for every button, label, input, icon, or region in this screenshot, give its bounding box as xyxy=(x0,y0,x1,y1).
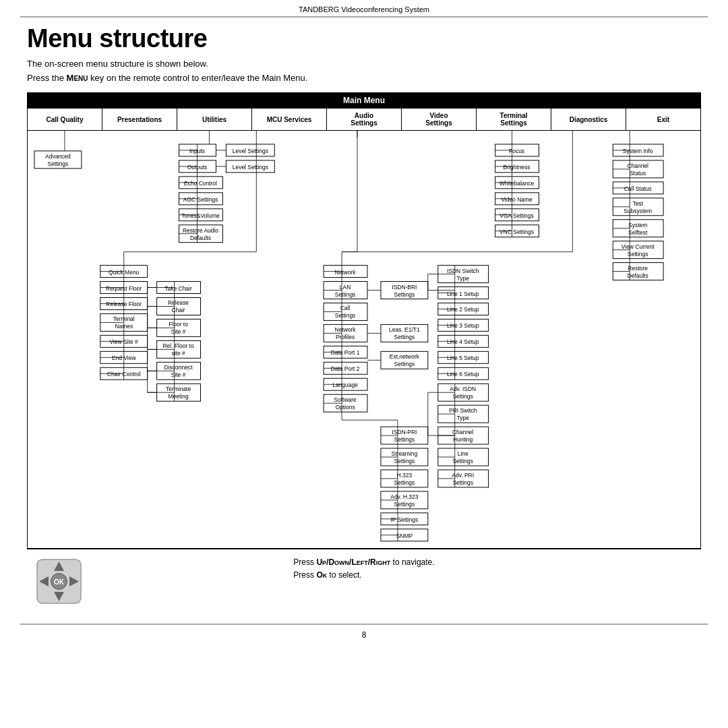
svg-text:Call Status: Call Status xyxy=(624,185,652,192)
svg-text:Settings: Settings xyxy=(394,436,415,443)
top-level-row: Call Quality Presentations Utilities MCU… xyxy=(28,108,700,131)
svg-text:Defaults: Defaults xyxy=(628,272,648,279)
svg-text:Network: Network xyxy=(335,269,357,276)
svg-text:Data Port 1: Data Port 1 xyxy=(331,349,360,356)
svg-text:Settings: Settings xyxy=(394,479,415,486)
header-title: TANDBERG Videoconferencing System xyxy=(299,5,429,13)
svg-text:Focus: Focus xyxy=(509,148,524,154)
footer-text: Press UP/DOWN/LEFT/RIGHT to navigate. Pr… xyxy=(293,556,434,582)
svg-text:ISDN-PRI: ISDN-PRI xyxy=(392,429,417,435)
svg-text:Tones&Volume: Tones&Volume xyxy=(181,212,220,219)
svg-text:H.323: H.323 xyxy=(397,472,413,479)
svg-text:Settings: Settings xyxy=(335,291,356,298)
svg-text:Test: Test xyxy=(632,200,643,207)
svg-text:Software: Software xyxy=(334,396,357,403)
svg-text:Whitebalance: Whitebalance xyxy=(499,180,535,187)
menu-diagram: Main Menu Call Quality Presentations Uti… xyxy=(27,92,701,549)
svg-text:Type: Type xyxy=(457,415,470,421)
svg-text:Settings: Settings xyxy=(394,458,415,464)
svg-text:AGC Settings: AGC Settings xyxy=(183,196,218,203)
top-item-presentations: Presentations xyxy=(102,109,177,130)
svg-text:Settings: Settings xyxy=(394,501,415,508)
svg-text:End View: End View xyxy=(112,355,137,361)
svg-text:Line 1 Setup: Line 1 Setup xyxy=(447,291,479,297)
page-content: Menu structure The on-screen menu struct… xyxy=(0,18,728,624)
svg-text:Line 5 Setup: Line 5 Setup xyxy=(447,355,479,361)
svg-text:Adv. H.323: Adv. H.323 xyxy=(390,493,419,500)
svg-text:SNMP: SNMP xyxy=(396,533,413,539)
svg-text:Adv. PRI: Adv. PRI xyxy=(452,472,474,479)
svg-text:Video Name: Video Name xyxy=(501,196,533,203)
main-menu-header: Main Menu xyxy=(28,93,700,108)
svg-text:Line 3 Setup: Line 3 Setup xyxy=(447,322,479,329)
svg-text:Restore: Restore xyxy=(628,265,648,272)
svg-text:Terminate: Terminate xyxy=(166,386,191,392)
svg-text:Floor to: Floor to xyxy=(169,321,188,328)
top-item-mcu-services: MCU Services xyxy=(252,109,327,130)
svg-text:Data Port 2: Data Port 2 xyxy=(331,365,360,372)
svg-text:Options: Options xyxy=(335,404,355,411)
top-item-terminal-settings: TerminalSettings xyxy=(477,109,551,130)
ok-remote-svg: OK xyxy=(34,556,84,607)
svg-text:Rel. Floor to: Rel. Floor to xyxy=(162,342,193,349)
svg-text:Level Settings: Level Settings xyxy=(233,164,268,171)
svg-text:System: System xyxy=(628,222,647,229)
svg-text:Settings: Settings xyxy=(48,160,69,167)
svg-text:VGA Settings: VGA Settings xyxy=(499,212,533,219)
top-item-call-quality: Call Quality xyxy=(28,109,102,130)
svg-text:PRI Switch: PRI Switch xyxy=(449,407,477,414)
page-header: TANDBERG Videoconferencing System xyxy=(20,0,708,18)
svg-text:Streaming: Streaming xyxy=(392,450,418,457)
svg-text:Level Settings: Level Settings xyxy=(233,148,268,154)
svg-text:VNC Settings: VNC Settings xyxy=(499,229,534,235)
intro-text: Press the MENU key on the remote control… xyxy=(27,73,701,83)
menu-structure-svg: .node rect { fill: white; stroke: black;… xyxy=(28,131,700,548)
svg-text:Leas. E1/T1: Leas. E1/T1 xyxy=(389,326,420,333)
svg-text:Channel: Channel xyxy=(452,429,474,435)
svg-text:LAN: LAN xyxy=(340,284,351,291)
ok-button-area: OK xyxy=(34,556,84,607)
svg-text:Advanced: Advanced xyxy=(45,153,71,160)
svg-text:ISDN Switch: ISDN Switch xyxy=(447,268,479,274)
svg-text:Chair: Chair xyxy=(171,307,185,313)
svg-text:Defaults: Defaults xyxy=(190,235,211,241)
svg-text:Hunting: Hunting xyxy=(453,436,473,443)
subtitle: The on-screen menu structure is shown be… xyxy=(27,59,701,69)
svg-text:Take Chair: Take Chair xyxy=(164,285,192,292)
svg-text:Release: Release xyxy=(168,299,189,306)
top-item-audio-settings: AudioSettings xyxy=(327,109,402,130)
top-item-diagnostics: Diagnostics xyxy=(551,109,626,130)
svg-text:Type: Type xyxy=(457,275,470,282)
svg-text:Settings: Settings xyxy=(394,291,415,298)
svg-text:Echo Control: Echo Control xyxy=(184,180,217,187)
svg-text:Network: Network xyxy=(335,326,357,333)
svg-text:Line 6 Setup: Line 6 Setup xyxy=(447,371,479,377)
top-item-utilities: Utilities xyxy=(177,109,252,130)
svg-text:Settings: Settings xyxy=(335,312,356,319)
svg-text:IP Settings: IP Settings xyxy=(390,516,418,523)
svg-text:View Current: View Current xyxy=(621,243,655,250)
svg-text:OK: OK xyxy=(54,578,65,585)
page-number: 8 xyxy=(20,624,708,645)
top-item-video-settings: VideoSettings xyxy=(402,109,477,130)
svg-text:Settings: Settings xyxy=(394,334,415,340)
nav-text: Press UP/DOWN/LEFT/RIGHT to navigate. xyxy=(293,556,434,569)
svg-text:Site #: Site # xyxy=(171,328,186,335)
footer-row: OK Press UP/DOWN/LEFT/RIGHT to navigate.… xyxy=(27,549,701,610)
svg-text:Profiles: Profiles xyxy=(336,334,355,340)
svg-text:Adv. ISDN: Adv. ISDN xyxy=(450,386,476,392)
svg-text:Settings: Settings xyxy=(452,458,473,464)
svg-text:System Info: System Info xyxy=(623,148,653,154)
svg-text:Meeting: Meeting xyxy=(168,393,188,400)
svg-text:site #: site # xyxy=(171,350,185,357)
svg-text:Channel: Channel xyxy=(627,162,648,169)
top-item-exit: Exit xyxy=(626,109,700,130)
svg-text:ISDN-BRI: ISDN-BRI xyxy=(392,284,417,291)
svg-text:Line 2 Setup: Line 2 Setup xyxy=(447,306,479,313)
select-text: Press OK to select. xyxy=(293,569,434,582)
svg-text:Settings: Settings xyxy=(452,393,473,400)
page-title: Menu structure xyxy=(27,24,701,53)
svg-text:Subsystem: Subsystem xyxy=(624,208,652,214)
svg-text:Status: Status xyxy=(630,170,646,177)
svg-text:Ext.network: Ext.network xyxy=(390,353,420,360)
